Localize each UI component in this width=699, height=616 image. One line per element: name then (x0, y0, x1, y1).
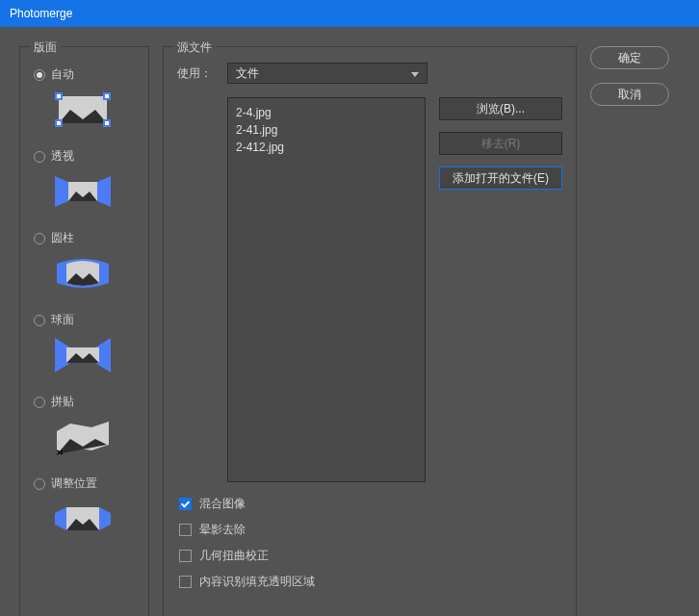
source-mid-row: 2-4.jpg 2-41.jpg 2-412.jpg 浏览(B)... 移去(R… (177, 97, 562, 482)
source-buttons: 浏览(B)... 移去(R) 添加打开的文件(E) (439, 97, 562, 482)
radio-icon (34, 397, 45, 408)
layout-option-reposition[interactable]: 调整位置 (34, 475, 135, 492)
checkbox-icon (179, 550, 192, 562)
check-label: 晕影去除 (199, 522, 246, 538)
layout-group-title: 版面 (30, 39, 61, 56)
window-title: Photomerge (10, 7, 72, 20)
layout-cylindrical-icon (53, 252, 113, 295)
layout-auto-icon (53, 89, 113, 131)
use-value: 文件 (236, 65, 259, 82)
svg-rect-8 (105, 121, 109, 125)
layout-spherical-icon (53, 334, 113, 376)
use-label: 使用： (177, 65, 218, 82)
radio-label: 球面 (51, 312, 74, 328)
svg-rect-5 (57, 94, 61, 98)
radio-icon (34, 478, 45, 490)
check-label: 内容识别填充透明区域 (199, 574, 315, 590)
browse-button[interactable]: 浏览(B)... (439, 97, 562, 120)
radio-label: 自动 (51, 66, 74, 83)
svg-rect-7 (57, 121, 61, 125)
layout-collage-icon (53, 416, 113, 458)
svg-rect-6 (105, 94, 109, 98)
radio-label: 调整位置 (51, 475, 97, 492)
check-content-aware[interactable]: 内容识别填充透明区域 (179, 574, 562, 590)
check-label: 几何扭曲校正 (199, 548, 269, 564)
use-row: 使用： 文件 (177, 63, 562, 84)
source-group-title: 源文件 (173, 39, 216, 56)
check-vignette[interactable]: 晕影去除 (179, 522, 562, 538)
radio-icon (34, 69, 45, 81)
radio-icon (34, 151, 45, 163)
checkbox-icon (179, 498, 192, 510)
file-item[interactable]: 2-41.jpg (236, 121, 417, 139)
checkbox-icon (179, 524, 192, 536)
radio-label: 拼贴 (51, 394, 74, 410)
layout-reposition-icon (53, 498, 113, 540)
checkbox-icon (179, 576, 192, 588)
layout-group: 版面 自动 透视 圆柱 (19, 46, 149, 616)
layout-option-auto[interactable]: 自动 (34, 66, 135, 83)
radio-icon (34, 233, 45, 244)
source-group: 源文件 使用： 文件 2-4.jpg 2-41.jpg 2-412.jpg 浏览… (163, 46, 577, 616)
radio-label: 圆柱 (51, 230, 74, 246)
use-dropdown[interactable]: 文件 (227, 63, 427, 84)
radio-label: 透视 (51, 148, 74, 165)
file-list[interactable]: 2-4.jpg 2-41.jpg 2-412.jpg (227, 97, 426, 482)
dialog-content: 版面 自动 透视 圆柱 (0, 27, 699, 616)
ok-button[interactable]: 确定 (590, 46, 669, 69)
titlebar: Photomerge (0, 0, 699, 27)
file-item[interactable]: 2-412.jpg (236, 139, 417, 156)
layout-option-collage[interactable]: 拼贴 (34, 394, 135, 410)
options-checks: 混合图像 晕影去除 几何扭曲校正 内容识别填充透明区域 (179, 496, 562, 590)
add-open-files-button[interactable]: 添加打开的文件(E) (439, 167, 562, 190)
check-blend[interactable]: 混合图像 (179, 496, 562, 512)
file-item[interactable]: 2-4.jpg (236, 104, 417, 121)
cancel-button[interactable]: 取消 (590, 83, 669, 106)
layout-option-perspective[interactable]: 透视 (34, 148, 135, 165)
check-geometric[interactable]: 几何扭曲校正 (179, 548, 562, 564)
layout-option-spherical[interactable]: 球面 (34, 312, 135, 328)
layout-perspective-icon (53, 170, 113, 213)
remove-button: 移去(R) (439, 132, 562, 155)
radio-icon (34, 315, 45, 326)
check-label: 混合图像 (199, 496, 246, 512)
dialog-buttons: 确定 取消 (590, 46, 669, 616)
layout-option-cylindrical[interactable]: 圆柱 (34, 230, 135, 246)
